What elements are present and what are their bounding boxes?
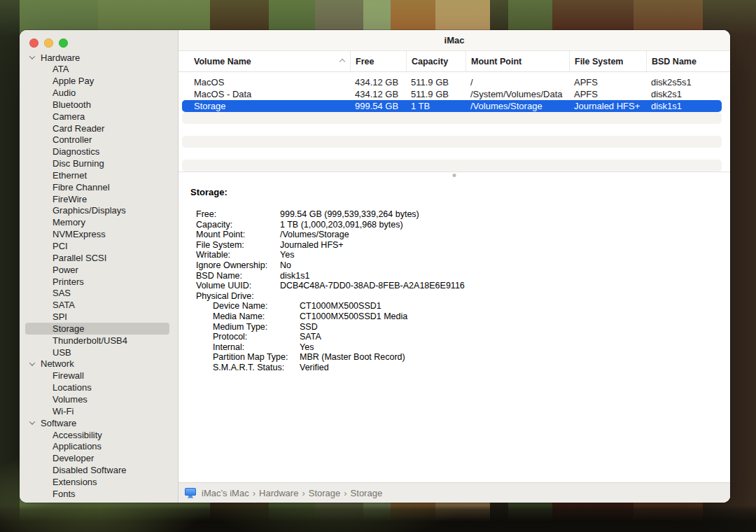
detail-row-file-system: File System:Journaled HFS+	[196, 240, 730, 251]
sidebar: HardwareATAApple PayAudioBluetoothCamera…	[20, 30, 178, 503]
sidebar-group-label: Hardware	[41, 52, 80, 63]
sidebar-item-disc-burning[interactable]: Disc Burning	[20, 158, 178, 169]
table-cell: /Volumes/Storage	[465, 100, 569, 112]
sidebar-item-camera[interactable]: Camera	[20, 111, 178, 122]
pane-splitter[interactable]	[178, 172, 730, 178]
table-cell: disk2s5s1	[646, 76, 722, 88]
volumes-table-header: Volume NameFreeCapacityMount PointFile S…	[178, 51, 730, 72]
detail-label: Free:	[196, 209, 280, 220]
content-pane: iMac Volume NameFreeCapacityMount PointF…	[178, 30, 730, 503]
sidebar-item-storage[interactable]: Storage	[25, 323, 169, 335]
sidebar-item-label: Applications	[52, 441, 102, 451]
sidebar-item-ethernet[interactable]: Ethernet	[20, 169, 178, 181]
sidebar-item-fibre-channel[interactable]: Fibre Channel	[20, 181, 178, 193]
column-header-capacity[interactable]: Capacity	[406, 51, 465, 71]
sidebar-item-spi[interactable]: SPI	[20, 311, 178, 323]
sidebar-item-label: Card Reader	[52, 123, 104, 134]
table-empty-row	[182, 148, 722, 160]
table-row-macos[interactable]: MacOS434.12 GB511.9 GB/APFSdisk2s5s1	[182, 76, 722, 88]
window-title: iMac	[178, 30, 730, 51]
detail-value: SATA	[300, 332, 321, 342]
table-row-macos-data[interactable]: MacOS - Data434.12 GB511.9 GB/System/Vol…	[182, 88, 722, 100]
sidebar-item-parallel-scsi[interactable]: Parallel SCSI	[20, 252, 178, 264]
sidebar-item-nvmexpress[interactable]: NVMExpress	[20, 228, 178, 240]
detail-value: Verified	[300, 363, 329, 373]
sidebar-item-wi-fi[interactable]: Wi-Fi	[20, 405, 178, 417]
sidebar-item-volumes[interactable]: Volumes	[20, 393, 178, 405]
detail-value: disk1s1	[280, 271, 309, 281]
detail-row-protocol: Protocol:SATA	[213, 332, 730, 342]
breadcrumb-separator: ›	[302, 488, 304, 498]
detail-label: Capacity:	[196, 220, 280, 230]
table-cell: Journaled HFS+	[569, 100, 646, 112]
sidebar-item-label: Locations	[52, 382, 92, 393]
detail-value: Yes	[300, 342, 314, 353]
column-header-free[interactable]: Free	[350, 51, 406, 71]
table-cell: 511.9 GB	[406, 76, 465, 88]
detail-label: Mount Point:	[196, 230, 280, 240]
detail-value: 999.54 GB (999,539,339,264 bytes)	[280, 209, 419, 220]
sidebar-item-apple-pay[interactable]: Apple Pay	[20, 75, 178, 87]
column-header-label: Capacity	[412, 57, 448, 66]
sidebar-item-firewall[interactable]: Firewall	[20, 370, 178, 382]
detail-value: CT1000MX500SSD1	[300, 301, 382, 312]
sidebar-item-power[interactable]: Power	[20, 264, 178, 276]
sidebar-item-frameworks[interactable]: Frameworks	[20, 500, 178, 503]
close-button[interactable]	[29, 38, 38, 48]
sidebar-item-usb[interactable]: USB	[20, 346, 178, 358]
sidebar-item-ata[interactable]: ATA	[20, 63, 178, 75]
sidebar-item-graphics-displays[interactable]: Graphics/Displays	[20, 205, 178, 217]
sidebar-item-extensions[interactable]: Extensions	[20, 476, 178, 488]
sidebar-item-disabled-software[interactable]: Disabled Software	[20, 464, 178, 476]
detail-label: Device Name:	[213, 301, 300, 312]
sidebar-item-pci[interactable]: PCI	[20, 240, 178, 252]
sidebar-item-thunderbolt-usb4[interactable]: Thunderbolt/USB4	[20, 335, 178, 346]
sidebar-item-label: Power	[52, 265, 78, 275]
sidebar-item-printers[interactable]: Printers	[20, 276, 178, 288]
column-header-volume-name[interactable]: Volume Name	[182, 51, 350, 71]
detail-row-ignore-ownership: Ignore Ownership:No	[196, 260, 730, 271]
sidebar-group-software[interactable]: Software	[20, 417, 178, 429]
sidebar-item-sata[interactable]: SATA	[20, 299, 178, 311]
detail-label: Internal:	[213, 342, 300, 353]
breadcrumb-segment: Hardware	[259, 488, 298, 498]
detail-label: Media Name:	[213, 312, 300, 322]
sidebar-item-firewire[interactable]: FireWire	[20, 193, 178, 205]
splitter-handle-icon[interactable]	[453, 174, 456, 177]
sidebar-item-label: Disc Burning	[52, 158, 104, 169]
sidebar-item-label: Printers	[52, 276, 84, 287]
sidebar-item-locations[interactable]: Locations	[20, 382, 178, 393]
sidebar-item-fonts[interactable]: Fonts	[20, 488, 178, 500]
sidebar-item-label: Extensions	[52, 477, 97, 487]
column-header-bsd-name[interactable]: BSD Name	[646, 51, 722, 71]
sidebar-item-label: Wi-Fi	[52, 406, 74, 416]
detail-row-capacity: Capacity:1 TB (1,000,203,091,968 bytes)	[196, 220, 730, 230]
sidebar-item-label: Firewall	[52, 370, 84, 381]
sidebar-item-bluetooth[interactable]: Bluetooth	[20, 99, 178, 111]
minimize-button[interactable]	[44, 38, 53, 48]
sidebar-item-label: Developer	[52, 453, 94, 463]
sidebar-item-audio[interactable]: Audio	[20, 87, 178, 99]
sidebar-item-memory[interactable]: Memory	[20, 216, 178, 228]
sidebar-item-diagnostics[interactable]: Diagnostics	[20, 146, 178, 158]
sidebar-group-network[interactable]: Network	[20, 358, 178, 370]
sidebar-item-label: Graphics/Displays	[52, 205, 126, 216]
column-header-file-system[interactable]: File System	[569, 51, 646, 71]
table-row-storage[interactable]: Storage999.54 GB1 TB/Volumes/StorageJour…	[182, 100, 722, 112]
details-field-list: Free:999.54 GB (999,539,339,264 bytes)Ca…	[196, 209, 730, 373]
detail-label: Writable:	[196, 250, 280, 260]
column-header-mount-point[interactable]: Mount Point	[465, 51, 569, 71]
sidebar-item-applications[interactable]: Applications	[20, 440, 178, 452]
table-cell: 511.9 GB	[406, 88, 465, 100]
sidebar-item-card-reader[interactable]: Card Reader	[20, 122, 178, 134]
sidebar-item-developer[interactable]: Developer	[20, 452, 178, 464]
sidebar-item-accessibility[interactable]: Accessibility	[20, 429, 178, 441]
detail-label: BSD Name:	[196, 271, 280, 281]
detail-row-physical-drive: Physical Drive:	[196, 291, 730, 302]
detail-row-mount-point: Mount Point:/Volumes/Storage	[196, 230, 730, 240]
sidebar-group-hardware[interactable]: Hardware	[20, 52, 178, 64]
sidebar-item-controller[interactable]: Controller	[20, 134, 178, 146]
breadcrumb-segment: iMac’s iMac	[202, 488, 249, 498]
zoom-button[interactable]	[59, 38, 68, 48]
sidebar-item-sas[interactable]: SAS	[20, 287, 178, 299]
